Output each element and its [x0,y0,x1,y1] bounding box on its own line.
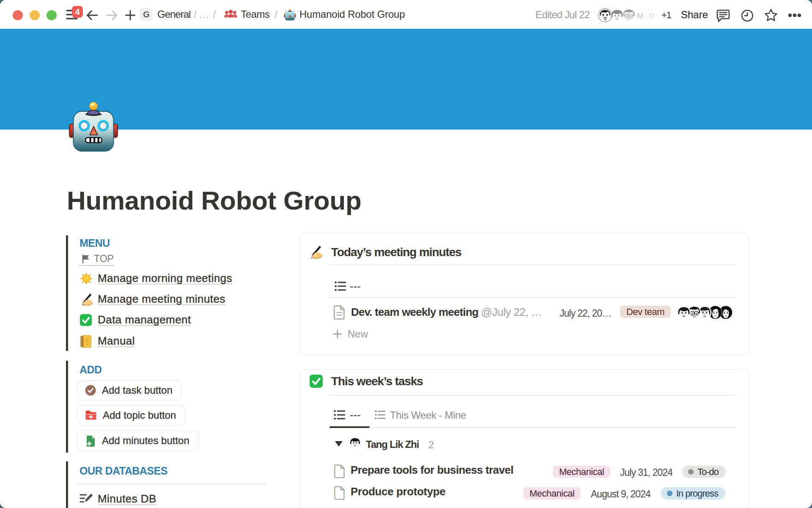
svg-text:M: M [637,11,644,20]
svg-text:D: D [649,11,655,20]
